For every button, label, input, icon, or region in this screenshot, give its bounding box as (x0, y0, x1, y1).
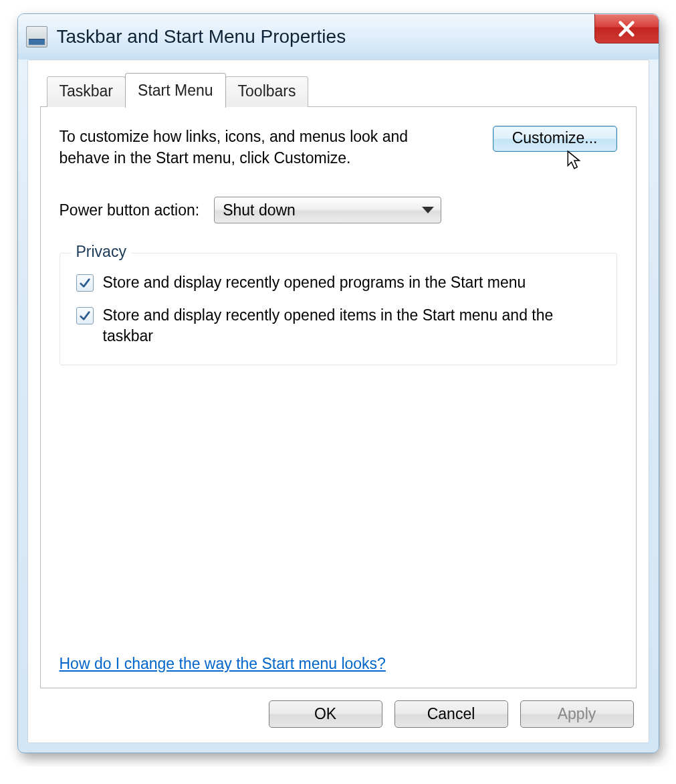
checkmark-icon (79, 310, 91, 322)
customize-description: To customize how links, icons, and menus… (60, 126, 454, 169)
window-title: Taskbar and Start Menu Properties (57, 26, 346, 47)
ok-button[interactable]: OK (269, 700, 382, 728)
tab-toolbars[interactable]: Toolbars (225, 76, 309, 107)
dialog-button-row: OK Cancel Apply (40, 688, 637, 730)
window-icon (26, 26, 47, 47)
power-button-action-value: Shut down (223, 201, 296, 219)
checkmark-icon (79, 277, 91, 289)
tab-start-menu[interactable]: Start Menu (125, 73, 226, 108)
checkbox-store-items-label: Store and display recently opened items … (103, 305, 600, 347)
customize-button[interactable]: Customize... (493, 126, 617, 152)
cancel-button[interactable]: Cancel (395, 700, 508, 728)
privacy-legend: Privacy (71, 243, 132, 261)
chevron-down-icon (422, 207, 434, 213)
tab-taskbar[interactable]: Taskbar (47, 76, 126, 107)
checkbox-store-programs-label: Store and display recently opened progra… (103, 272, 526, 293)
titlebar[interactable]: Taskbar and Start Menu Properties (18, 14, 659, 60)
tab-strip: Taskbar Start Menu Toolbars (40, 72, 637, 107)
client-area: Taskbar Start Menu Toolbars To customize… (27, 60, 649, 743)
power-button-label: Power button action: (60, 201, 200, 219)
tab-panel-start-menu: To customize how links, icons, and menus… (40, 106, 637, 688)
cursor-icon (566, 150, 584, 170)
properties-window: Taskbar and Start Menu Properties Taskba… (17, 13, 659, 753)
apply-button[interactable]: Apply (520, 700, 634, 728)
close-button[interactable] (594, 14, 659, 43)
checkbox-store-items[interactable] (76, 307, 94, 324)
close-icon (617, 19, 636, 38)
checkbox-store-programs[interactable] (76, 274, 94, 292)
help-link[interactable]: How do I change the way the Start menu l… (60, 655, 386, 673)
privacy-group: Privacy Store and display recently opene… (60, 253, 617, 365)
power-button-action-dropdown[interactable]: Shut down (214, 197, 441, 223)
